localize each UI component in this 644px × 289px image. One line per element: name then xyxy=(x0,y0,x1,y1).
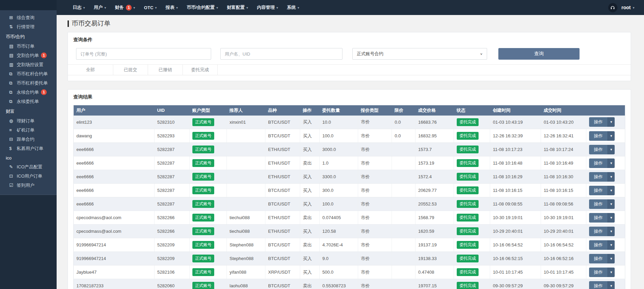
sidebar-item-5[interactable]: ▥交割场控设置 xyxy=(0,60,57,69)
nav-menu-2[interactable]: 财务1▾ xyxy=(111,0,140,15)
sidebar-item-11[interactable]: ◍理财订单 xyxy=(0,116,57,125)
cell-pair: BTC/USDT xyxy=(265,129,300,143)
nav-menu-8[interactable]: 系统▾ xyxy=(282,0,304,15)
cell-referrer xyxy=(227,129,265,143)
status-badge: 委托完成 xyxy=(457,255,479,262)
sidebar-item-4[interactable]: ▤交割合约单1 xyxy=(0,51,57,60)
nav-menu-5[interactable]: 币币/合约配置▾ xyxy=(182,0,223,15)
row-action-button[interactable]: 操作 xyxy=(589,227,608,236)
cell-limit-price xyxy=(392,170,415,184)
nav-menu-label: 日志 xyxy=(73,4,82,11)
sidebar-item-1[interactable]: ⇅行情管理 xyxy=(0,22,57,31)
status-badge: 委托完成 xyxy=(457,214,479,222)
column-header: 用户 xyxy=(74,105,155,116)
nav-menu-label: 内容管理 xyxy=(257,4,275,11)
sidebar-item-6[interactable]: ⧉币币杠杆合约单 xyxy=(0,69,57,78)
row-action-dropdown-toggle[interactable]: ▼ xyxy=(608,281,615,289)
row-action-dropdown-toggle[interactable]: ▼ xyxy=(608,158,615,168)
sidebar-item-3[interactable]: ▤币币订单 xyxy=(0,42,57,51)
row-action-button[interactable]: 操作 xyxy=(589,213,608,223)
row-action-button[interactable]: 操作 xyxy=(589,281,608,289)
row-action-dropdown-toggle[interactable]: ▼ xyxy=(608,199,615,209)
cell-created-time: 12-26 16:32:39 xyxy=(490,129,541,143)
tab-0[interactable]: 全部 xyxy=(68,65,113,75)
row-action-dropdown-toggle[interactable]: ▼ xyxy=(608,268,615,277)
account-type-badge: 正式账号 xyxy=(192,132,214,140)
cell-side: 卖出 xyxy=(300,238,320,252)
cell-amount: 1.0 xyxy=(320,156,358,170)
row-action-button[interactable]: 操作 xyxy=(589,240,608,250)
row-action-split-button: 操作▼ xyxy=(589,254,615,263)
sidebar-item-18[interactable]: ☑签到用户 xyxy=(0,181,57,190)
row-action-split-button: 操作▼ xyxy=(589,199,615,209)
row-action-dropdown-toggle[interactable]: ▼ xyxy=(608,227,615,236)
account-type-select[interactable]: 正式账号合约 ∨ xyxy=(352,48,487,60)
tab-3[interactable]: 委托完成 xyxy=(183,65,218,75)
sidebar-item-12[interactable]: ≡矿机订单 xyxy=(0,125,57,135)
tab-2[interactable]: 已撤销 xyxy=(148,65,183,75)
row-action-dropdown-toggle[interactable]: ▼ xyxy=(608,240,615,250)
cell-uid: 5282209 xyxy=(155,252,190,265)
cell-user: eee6666 xyxy=(74,197,155,211)
sidebar-item-label: 币币订单 xyxy=(17,42,34,51)
row-action-split-button: 操作▼ xyxy=(589,131,615,141)
row-action-button[interactable]: 操作 xyxy=(589,268,608,277)
row-action-button[interactable]: 操作 xyxy=(589,199,608,209)
search-button[interactable]: 查询 xyxy=(498,48,580,60)
nav-menu-3[interactable]: OTC▾ xyxy=(140,0,161,15)
user-avatar[interactable] xyxy=(608,3,617,12)
row-action-dropdown-toggle[interactable]: ▼ xyxy=(608,131,615,141)
row-action-button[interactable]: 操作 xyxy=(589,117,608,127)
chevron-down-icon: ▾ xyxy=(83,6,85,10)
row-action-button[interactable]: 操作 xyxy=(589,254,608,263)
tab-1[interactable]: 已提交 xyxy=(113,65,148,75)
sidebar-item-16[interactable]: ✎ICO产品配置 xyxy=(0,162,57,171)
nav-menu-0[interactable]: 日志▾ xyxy=(68,0,89,15)
user-uid-input[interactable] xyxy=(220,48,342,60)
chevron-down-icon: ▾ xyxy=(297,6,299,10)
row-action-button[interactable]: 操作 xyxy=(589,186,608,195)
row-action-button[interactable]: 操作 xyxy=(589,131,608,141)
sidebar-item-8[interactable]: ⧉永续合约单1 xyxy=(0,88,57,97)
sidebar-item-14[interactable]: $私募用户订单 xyxy=(0,144,57,153)
sidebar-item-7[interactable]: ⧉币币杠杆委托单 xyxy=(0,78,57,88)
cell-user: 919966947214 xyxy=(74,238,155,252)
navbar-user-area[interactable]: root ▾ xyxy=(608,3,634,12)
row-action-dropdown-toggle[interactable]: ▼ xyxy=(608,254,615,263)
row-action-button[interactable]: 操作 xyxy=(589,172,608,182)
row-action-dropdown-toggle[interactable]: ▼ xyxy=(608,186,615,195)
cell-user: eee6666 xyxy=(74,156,155,170)
row-action-button[interactable]: 操作 xyxy=(589,145,608,154)
order-no-input[interactable] xyxy=(76,48,211,60)
cell-side: 买入 xyxy=(300,143,320,156)
row-action-dropdown-toggle[interactable]: ▼ xyxy=(608,145,615,154)
cell-amount: 3300.0 xyxy=(320,170,358,184)
cell-created-time: 10-16 06:52:15 xyxy=(490,252,541,265)
cell-uid: 5282209 xyxy=(155,238,190,252)
sidebar-item-13[interactable]: ⊟跟单合约 xyxy=(0,135,57,144)
status-badge: 委托完成 xyxy=(457,159,479,167)
cell-uid: 5282060 xyxy=(155,279,190,289)
row-action-dropdown-toggle[interactable]: ▼ xyxy=(608,117,615,127)
cell-actions: 操作▼ xyxy=(586,238,625,252)
cell-dealt-time: 10-01 10:17:45 xyxy=(541,265,586,279)
row-action-dropdown-toggle[interactable]: ▼ xyxy=(608,213,615,223)
nav-menu-4[interactable]: 报表▾ xyxy=(161,0,182,15)
headset-icon xyxy=(610,5,615,10)
nav-menu-7[interactable]: 内容管理▾ xyxy=(252,0,282,15)
row-action-dropdown-toggle[interactable]: ▼ xyxy=(608,172,615,182)
cell-dealt-time: 11-08 10:17:24 xyxy=(541,143,586,156)
cell-dealt-time: 11-08 10:16:30 xyxy=(541,170,586,184)
sidebar-item-9[interactable]: ⧉永续委托单 xyxy=(0,97,57,106)
cell-user: dawang xyxy=(74,129,155,143)
cell-referrer xyxy=(227,143,265,156)
row-action-button[interactable]: 操作 xyxy=(589,158,608,168)
cell-status: 委托完成 xyxy=(454,184,490,197)
cell-side: 卖出 xyxy=(300,279,320,289)
nav-menu-6[interactable]: 财富配置▾ xyxy=(222,0,252,15)
sidebar-item-17[interactable]: ⊡ICO用户订单 xyxy=(0,171,57,181)
cell-actions: 操作▼ xyxy=(586,225,625,238)
sidebar-item-0[interactable]: ⊞综合查询 xyxy=(0,13,57,22)
nav-menu-1[interactable]: 用户▾ xyxy=(89,0,111,15)
column-header: 品种 xyxy=(265,105,300,116)
